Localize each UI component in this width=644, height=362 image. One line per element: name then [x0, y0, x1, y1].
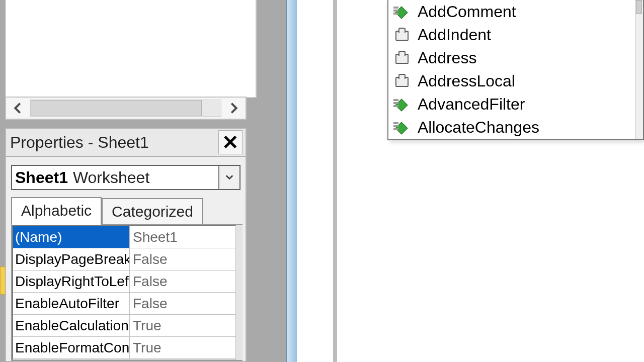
intellisense-item-label: Address [418, 49, 476, 67]
properties-grid: (Name) Sheet1 DisplayPageBreak False Dis… [11, 224, 243, 361]
tab-categorized-label: Categorized [112, 203, 193, 220]
close-icon: ✕ [222, 132, 239, 152]
intellisense-list: AddComment AddIndent Address AddressLoca… [388, 0, 643, 139]
intellisense-item-label: AddIndent [418, 26, 491, 44]
vertical-separator[interactable] [333, 0, 337, 362]
property-icon [393, 74, 411, 88]
property-row[interactable]: (Name) Sheet1 [13, 226, 240, 248]
object-name: Sheet1 [12, 168, 68, 187]
property-name: (Name) [13, 226, 130, 248]
property-row[interactable]: DisplayRightToLef False [13, 270, 240, 293]
method-icon [393, 5, 411, 19]
intellisense-item-label: AddComment [418, 3, 516, 21]
property-value[interactable]: False [130, 248, 240, 270]
chevron-down-icon [225, 175, 233, 180]
scroll-track[interactable] [30, 100, 221, 117]
intellisense-item[interactable]: Address [388, 46, 643, 69]
intellisense-item-label: AdvancedFilter [418, 95, 525, 114]
method-icon [393, 120, 411, 134]
property-value[interactable]: True [130, 315, 240, 336]
close-button[interactable]: ✕ [218, 130, 243, 154]
property-name: DisplayPageBreak [13, 248, 130, 270]
property-row[interactable]: DisplayPageBreak False [13, 248, 240, 270]
intellisense-scrollbar[interactable] [635, 0, 643, 139]
scroll-left-button[interactable] [6, 98, 29, 119]
scroll-thumb[interactable] [31, 100, 202, 116]
property-name: DisplayRightToLef [13, 270, 130, 292]
tab-categorized[interactable]: Categorized [102, 198, 203, 225]
property-value[interactable]: False [130, 270, 240, 292]
intellisense-item[interactable]: AdvancedFilter [388, 93, 643, 116]
left-dock: Properties - Sheet1 ✕ Sheet1 Worksheet A… [0, 0, 297, 362]
property-value[interactable]: True [130, 337, 240, 358]
properties-grid-scrollbar[interactable] [235, 225, 243, 360]
properties-panel: Properties - Sheet1 ✕ Sheet1 Worksheet A… [5, 128, 247, 362]
intellisense-item[interactable]: AddIndent [388, 23, 643, 46]
project-horizontal-scrollbar[interactable] [5, 97, 247, 120]
properties-tabs: Alphabetic Categorized [11, 196, 246, 224]
property-icon [393, 28, 411, 42]
property-name: EnableFormatCon [13, 337, 130, 358]
intellisense-item-label: AddressLocal [418, 72, 515, 90]
tab-alphabetic[interactable]: Alphabetic [11, 197, 102, 225]
property-value[interactable]: False [130, 293, 240, 314]
intellisense-item[interactable]: AllocateChanges [388, 116, 643, 139]
intellisense-popup: AddComment AddIndent Address AddressLoca… [387, 0, 644, 140]
object-type: Worksheet [68, 168, 149, 187]
properties-title-text: Properties - Sheet1 [10, 133, 149, 152]
property-name: EnableAutoFilter [13, 293, 130, 314]
object-dropdown-button[interactable] [218, 166, 239, 189]
code-pane: AddComment AddIndent Address AddressLoca… [337, 0, 644, 362]
property-row[interactable]: EnableAutoFilter False [13, 293, 240, 315]
intellisense-item-label: AllocateChanges [418, 118, 539, 137]
project-explorer-area [5, 0, 257, 98]
intellisense-item[interactable]: AddressLocal [388, 69, 643, 93]
properties-titlebar: Properties - Sheet1 ✕ [6, 129, 246, 157]
scroll-right-button[interactable] [222, 98, 246, 119]
property-value[interactable]: Sheet1 [130, 226, 240, 248]
property-row[interactable]: EnableFormatCon True [13, 337, 240, 359]
property-icon [393, 51, 411, 65]
intellisense-scroll-thumb[interactable] [636, 0, 642, 14]
tab-alphabetic-label: Alphabetic [21, 202, 92, 219]
splitter-gap [297, 0, 337, 362]
property-name: EnableCalculation [13, 315, 130, 336]
method-icon [393, 97, 411, 111]
property-row[interactable]: EnableCalculation True [13, 315, 240, 337]
intellisense-item[interactable]: AddComment [388, 0, 643, 23]
object-selector[interactable]: Sheet1 Worksheet [11, 165, 240, 190]
